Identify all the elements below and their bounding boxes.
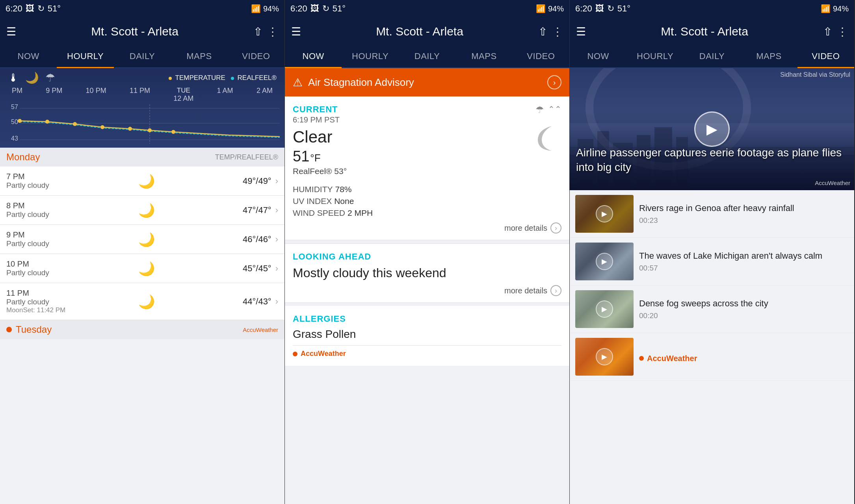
current-condition: Clear	[293, 128, 347, 146]
tab-maps-1[interactable]: MAPS	[171, 46, 227, 67]
status-bar-1: 6:20 🖼 ↻ 51° 📶 94%	[0, 0, 284, 17]
main-video-play-button[interactable]: ▶	[694, 111, 730, 147]
accu-dot-video	[639, 356, 644, 361]
tab-video-2[interactable]: VIDEO	[513, 46, 569, 67]
status-right-1: 📶 94%	[251, 4, 279, 13]
tab-daily-3[interactable]: DAILY	[684, 46, 740, 67]
top-bar-2: ☰ Mt. Scott - Arleta ⇧ ⋮	[285, 17, 569, 46]
temp-9pm: 46°/46°	[220, 234, 271, 245]
tab-daily-2[interactable]: DAILY	[399, 46, 455, 67]
icon-8pm: 🌙	[73, 202, 220, 218]
more-icon-3[interactable]: ⋮	[837, 25, 848, 38]
tab-now-3[interactable]: NOW	[570, 46, 626, 67]
monday-label: Monday	[6, 152, 40, 163]
alert-arrow-circle: ›	[547, 75, 561, 89]
hourly-item-11pm[interactable]: 11 PM Partly cloudy MoonSet: 11:42 PM 🌙 …	[0, 283, 284, 320]
video-item-accuweather[interactable]: ▶ AccuWeather	[570, 333, 854, 381]
screenshot-icon-1: 🖼	[26, 4, 34, 14]
svg-text:50: 50	[11, 119, 18, 125]
main-video-logo: AccuWeather	[815, 180, 850, 186]
svg-text:57: 57	[11, 104, 18, 110]
status-left-2: 6:20 🖼 ↻ 51°	[290, 4, 346, 14]
current-details: HUMIDITY 78% UV INDEX None WIND SPEED 2 …	[293, 185, 561, 218]
hourly-item-7pm[interactable]: 7 PM Partly cloudy 🌙 49°/49° ›	[0, 167, 284, 196]
location-title-2: Mt. Scott - Arleta	[306, 25, 533, 38]
hourly-item-9pm[interactable]: 9 PM Partly cloudy 🌙 46°/46° ›	[0, 225, 284, 254]
arrow-7pm: ›	[275, 176, 278, 186]
menu-icon-3[interactable]: ☰	[576, 25, 586, 38]
time-9pm: 9 PM	[6, 230, 73, 239]
current-top: CURRENT 6:19 PM PST Clear 51 °F RealFeel…	[293, 104, 561, 181]
menu-icon-1[interactable]: ☰	[6, 25, 16, 38]
tab-now-2[interactable]: NOW	[285, 46, 342, 68]
battery-3: 94%	[833, 4, 849, 13]
tab-maps-2[interactable]: MAPS	[455, 46, 512, 67]
time-display-1: 6:20	[6, 4, 22, 14]
location-title-1: Mt. Scott - Arleta	[21, 25, 249, 38]
video-item-michigan[interactable]: ▶ The waves of Lake Michigan aren't alwa…	[570, 238, 854, 285]
chart-area: 🌡 🌙 ☂ TEMPERATURE REALFEEL® PM 9 PM 10 P…	[0, 68, 284, 148]
wind-row: WIND SPEED 2 MPH	[293, 208, 561, 218]
more-icon-2[interactable]: ⋮	[552, 25, 563, 38]
temperature-chart: 57 50 43	[4, 103, 281, 144]
share-icon-1[interactable]: ⇧	[253, 25, 262, 38]
allergies-label: ALLERGIES	[293, 314, 561, 324]
temp-realfeel-label: TEMP/REALFEEL®	[215, 153, 278, 161]
tab-now-1[interactable]: NOW	[0, 46, 57, 67]
icon-10pm: 🌙	[73, 261, 220, 276]
more-details-current[interactable]: more details ›	[293, 222, 561, 233]
battery-1: 94%	[263, 4, 279, 13]
tab-hourly-1[interactable]: HOURLY	[57, 46, 113, 68]
share-icon-3[interactable]: ⇧	[823, 25, 832, 38]
video-title-genoa: Rivers rage in Genoa after heavy rainfal…	[639, 203, 849, 214]
more-details-ahead[interactable]: more details ›	[293, 285, 561, 296]
time-label-pm: PM	[12, 87, 22, 103]
share-icon-2[interactable]: ⇧	[538, 25, 547, 38]
moonset-label: MoonSet: 11:42 PM	[6, 306, 73, 314]
video-duration-genoa: 00:23	[639, 216, 849, 225]
current-time: 6:19 PM PST	[293, 115, 347, 124]
arrow-8pm: ›	[275, 205, 278, 215]
current-label: CURRENT	[293, 104, 347, 115]
time-label-11pm: 11 PM	[130, 87, 150, 103]
video-duration-fog: 00:20	[639, 311, 849, 320]
main-video-card[interactable]: ▶ Sidhant Sibal via Storyful Airline pas…	[570, 68, 854, 190]
arrow-10pm: ›	[275, 263, 278, 274]
video-thumb-michigan: ▶	[575, 243, 634, 280]
arrow-11pm: ›	[275, 296, 278, 307]
current-realfeel: RealFeel® 53°	[293, 167, 347, 176]
video-item-genoa[interactable]: ▶ Rivers rage in Genoa after heavy rainf…	[570, 190, 854, 238]
tab-video-3[interactable]: VIDEO	[797, 46, 854, 68]
alert-bar[interactable]: ⚠ Air Stagnation Advisory ›	[285, 68, 569, 96]
tab-daily-1[interactable]: DAILY	[114, 46, 171, 67]
thermometer-icon: 🌡	[8, 71, 19, 84]
tab-video-1[interactable]: VIDEO	[228, 46, 284, 67]
screenshot-icon-3: 🖼	[595, 4, 604, 14]
more-icon-1[interactable]: ⋮	[267, 25, 278, 38]
tab-hourly-3[interactable]: HOURLY	[626, 46, 683, 67]
accu-label-video: AccuWeather	[647, 354, 697, 363]
temp-11pm: 44°/43°	[220, 296, 271, 307]
more-details-circle: ›	[550, 222, 561, 233]
time-display-2: 6:20	[290, 4, 307, 14]
time-label-2am: 2 AM	[256, 87, 273, 103]
main-video-attribution: Sidhant Sibal via Storyful	[780, 71, 850, 78]
wifi-icon-2: 📶	[536, 4, 546, 13]
desc-7pm: Partly cloudy	[6, 181, 73, 190]
svg-point-11	[128, 127, 132, 131]
hourly-item-8pm[interactable]: 8 PM Partly cloudy 🌙 47°/47° ›	[0, 196, 284, 225]
video-item-fog[interactable]: ▶ Dense fog sweeps across the city 00:20	[570, 285, 854, 333]
menu-icon-2[interactable]: ☰	[291, 25, 301, 38]
time-label-12am: 12 AM	[173, 94, 193, 103]
humidity-row: HUMIDITY 78%	[293, 185, 561, 194]
tab-bar-1: NOW HOURLY DAILY MAPS VIDEO	[0, 46, 284, 68]
moon-icon-chart: 🌙	[25, 71, 39, 84]
tab-maps-3[interactable]: MAPS	[740, 46, 797, 67]
gps-icon-1: ↻	[37, 4, 45, 14]
time-7pm: 7 PM	[6, 172, 73, 181]
location-title-3: Mt. Scott - Arleta	[591, 25, 818, 38]
hourly-item-10pm[interactable]: 10 PM Partly cloudy 🌙 45°/45° ›	[0, 254, 284, 283]
tab-hourly-2[interactable]: HOURLY	[342, 46, 398, 67]
tab-bar-2: NOW HOURLY DAILY MAPS VIDEO	[285, 46, 569, 68]
wifi-icon-3: 📶	[821, 4, 831, 13]
